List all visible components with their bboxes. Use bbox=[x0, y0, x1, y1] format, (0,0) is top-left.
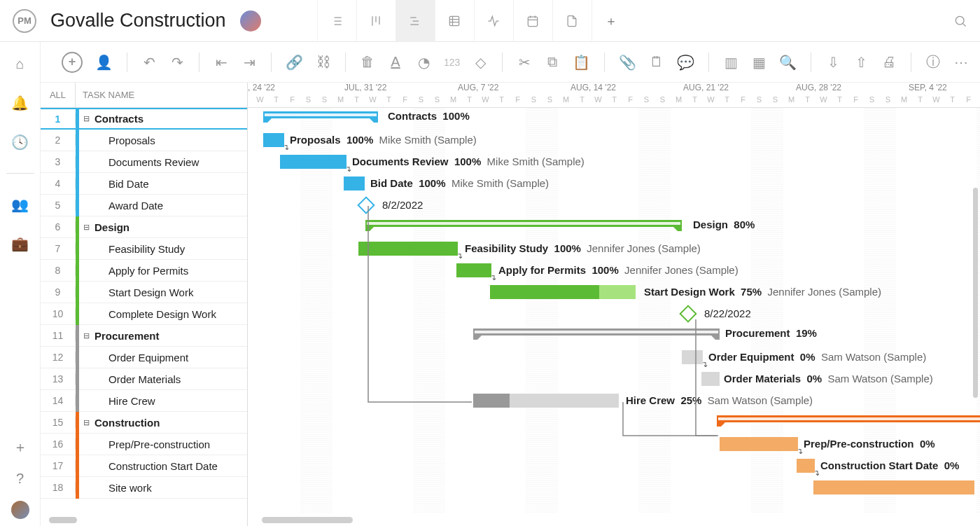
add-view-button[interactable]: ＋ bbox=[592, 0, 631, 42]
add-project-button[interactable]: ＋ bbox=[13, 438, 27, 457]
task-row[interactable]: 1⊟Contracts bbox=[41, 108, 247, 130]
assignees-button[interactable]: 👤 bbox=[95, 54, 113, 71]
gantt-vscrollbar[interactable] bbox=[973, 188, 978, 398]
collapse-toggle[interactable]: ⊟ bbox=[79, 114, 93, 123]
print-button[interactable]: 🖨 bbox=[881, 54, 897, 70]
briefcase-button[interactable]: 💼 bbox=[11, 235, 29, 252]
gantt-body[interactable]: Contracts 100%↴Proposals 100% Mike Smith… bbox=[248, 108, 980, 513]
notifications-button[interactable]: 🔔 bbox=[11, 95, 29, 111]
milestone-button[interactable]: ◇ bbox=[472, 54, 488, 71]
day-label: T bbox=[912, 95, 928, 104]
board-view-button[interactable] bbox=[356, 0, 396, 42]
weekend-column bbox=[767, 108, 783, 513]
export-button[interactable]: ⇧ bbox=[853, 54, 869, 71]
bar-label: Start Design Work 75% Jennifer Jones (Sa… bbox=[644, 285, 881, 299]
zoom-button[interactable]: 🔍 bbox=[779, 54, 797, 71]
file-view-button[interactable] bbox=[552, 0, 592, 42]
project-avatar[interactable] bbox=[240, 11, 261, 32]
gantt-view-button[interactable] bbox=[396, 0, 435, 42]
fill-color-button[interactable]: ◔ bbox=[416, 54, 431, 71]
copy-button[interactable]: ⧉ bbox=[545, 54, 560, 70]
bar-label: Design 80% bbox=[693, 218, 755, 232]
day-label: W bbox=[365, 95, 381, 104]
task-row[interactable]: 15⊟Construction bbox=[41, 412, 247, 434]
cut-button[interactable]: ✂ bbox=[517, 54, 532, 71]
number-button[interactable]: 123 bbox=[444, 57, 460, 68]
history-button[interactable]: 🕓 bbox=[11, 134, 29, 151]
help-button[interactable]: ? bbox=[16, 471, 24, 487]
outdent-button[interactable]: ⇤ bbox=[214, 54, 229, 71]
task-bar[interactable] bbox=[263, 133, 284, 147]
columns-button[interactable]: ▥ bbox=[723, 54, 738, 71]
task-row[interactable]: 8Apply for Permits bbox=[41, 260, 247, 282]
link-button[interactable]: 🔗 bbox=[286, 54, 303, 71]
task-row[interactable]: 16Prep/Pre-construction bbox=[41, 434, 247, 455]
task-bar[interactable] bbox=[682, 350, 703, 364]
task-row[interactable]: 10Complete Design Work bbox=[41, 303, 247, 325]
search-button[interactable] bbox=[946, 14, 974, 28]
task-row[interactable]: 17Construction Start Date bbox=[41, 455, 247, 477]
delete-button[interactable]: 🗑 bbox=[360, 54, 375, 70]
task-row[interactable]: 7Feasibility Study bbox=[41, 238, 247, 260]
comment-button[interactable]: 💬 bbox=[677, 54, 694, 71]
task-bar[interactable] bbox=[358, 242, 458, 256]
list-view-button[interactable] bbox=[317, 0, 356, 42]
task-bar[interactable] bbox=[813, 480, 974, 494]
column-all[interactable]: ALL bbox=[41, 83, 76, 107]
task-row[interactable]: 5Award Date bbox=[41, 195, 247, 216]
task-row[interactable]: 2Proposals bbox=[41, 130, 247, 151]
day-label: T bbox=[944, 95, 960, 104]
collapse-toggle[interactable]: ⊟ bbox=[79, 223, 93, 232]
row-number: 11 bbox=[41, 330, 76, 341]
tasklist-hscrollbar[interactable] bbox=[49, 517, 77, 523]
project-title: Govalle Construction bbox=[50, 10, 226, 32]
text-color-button[interactable]: A bbox=[388, 54, 403, 70]
team-button[interactable]: 👥 bbox=[11, 196, 29, 213]
collapse-toggle[interactable]: ⊟ bbox=[79, 418, 93, 427]
paste-button[interactable]: 📋 bbox=[573, 54, 590, 71]
task-bar[interactable] bbox=[456, 263, 491, 277]
task-row[interactable]: 4Bid Date bbox=[41, 173, 247, 195]
info-button[interactable]: ⓘ bbox=[925, 53, 941, 71]
task-bar[interactable] bbox=[797, 459, 815, 473]
unlink-button[interactable]: ⛓ bbox=[316, 54, 331, 70]
task-bar[interactable] bbox=[280, 155, 346, 169]
more-button[interactable]: ⋯ bbox=[953, 54, 969, 71]
collapse-toggle[interactable]: ⊟ bbox=[79, 331, 93, 340]
task-row[interactable]: 18Site work bbox=[41, 477, 247, 499]
attach-button[interactable]: 📎 bbox=[619, 54, 636, 71]
sheet-view-button[interactable] bbox=[435, 0, 474, 42]
task-bar[interactable] bbox=[344, 177, 365, 191]
dependency-arrow-icon: ↴ bbox=[797, 447, 803, 456]
summary-progress-track bbox=[718, 417, 980, 420]
task-name: Construction bbox=[93, 417, 160, 429]
calendar-view-button[interactable] bbox=[513, 0, 552, 42]
task-row[interactable]: 14Hire Crew bbox=[41, 390, 247, 412]
redo-button[interactable]: ↷ bbox=[169, 54, 185, 71]
undo-button[interactable]: ↶ bbox=[141, 54, 157, 71]
milestone-marker[interactable] bbox=[679, 305, 696, 322]
note-button[interactable]: 🗒 bbox=[649, 54, 664, 70]
task-row[interactable]: 13Order Materials bbox=[41, 368, 247, 390]
import-button[interactable]: ⇩ bbox=[825, 54, 841, 71]
task-bar[interactable] bbox=[720, 437, 798, 451]
pm-logo[interactable]: PM bbox=[13, 9, 36, 33]
task-row[interactable]: 12Order Equipment bbox=[41, 347, 247, 368]
task-row[interactable]: 11⊟Procurement bbox=[41, 325, 247, 347]
dashboard-view-button[interactable] bbox=[474, 0, 513, 42]
task-row[interactable]: 6⊟Design bbox=[41, 216, 247, 238]
task-name: Construction Start Date bbox=[93, 460, 218, 472]
gantt-hscrollbar[interactable] bbox=[262, 517, 353, 523]
column-task-name[interactable]: TASK NAME bbox=[76, 83, 247, 107]
user-avatar[interactable] bbox=[11, 501, 29, 519]
task-row[interactable]: 3Documents Review bbox=[41, 151, 247, 173]
day-label: S bbox=[429, 95, 445, 104]
add-task-button[interactable]: + bbox=[62, 52, 83, 73]
grid-button[interactable]: ▦ bbox=[751, 54, 766, 71]
task-row[interactable]: 9Start Design Work bbox=[41, 282, 247, 303]
home-button[interactable]: ⌂ bbox=[15, 56, 24, 72]
indent-button[interactable]: ⇥ bbox=[241, 54, 257, 71]
group-stripe bbox=[76, 195, 79, 216]
task-bar[interactable] bbox=[701, 372, 720, 386]
milestone-marker[interactable] bbox=[357, 196, 374, 214]
